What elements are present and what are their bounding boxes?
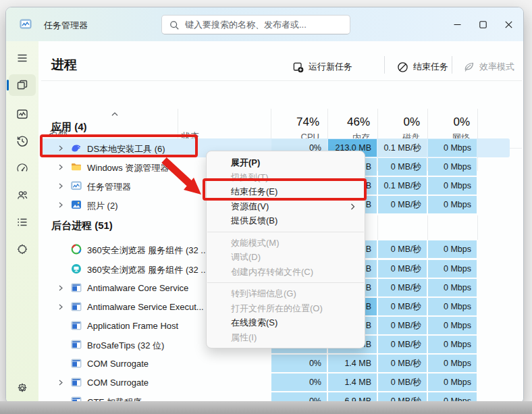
process-name: Application Frame Host <box>87 321 178 331</box>
photos-icon <box>71 199 82 210</box>
menu-item-create-dump-file: 创建内存转储文件(C) <box>207 265 365 280</box>
app-window-icon <box>71 339 82 350</box>
menu-item-efficiency-mode: 效能模式(M) <box>207 236 365 251</box>
window-title: 任务管理器 <box>44 20 88 32</box>
sidebar-item-users[interactable] <box>9 184 36 206</box>
end-task-button[interactable]: 结束任务 <box>397 57 448 76</box>
network-cell: 0 Mbps <box>428 158 477 176</box>
efficiency-mode-button[interactable]: 效率模式 <box>463 57 514 76</box>
process-name: Antimalware Service Execut... <box>87 302 204 312</box>
task-manager-icon <box>71 180 82 191</box>
disk-cell: 0 MB/秒 <box>378 196 427 213</box>
memory-cell: 1.4 MB <box>328 355 377 372</box>
sidebar-item-startup-apps[interactable] <box>9 157 36 179</box>
browser360-alt-icon <box>71 263 82 274</box>
search-input[interactable] <box>185 16 347 34</box>
performance-icon <box>16 108 28 120</box>
group-label: 后台进程 (51) <box>51 219 113 232</box>
menu-item-end-task[interactable]: 结束任务(E) <box>207 184 365 199</box>
disk-cell: 0.1 MB/秒 <box>378 177 427 195</box>
maximize-button[interactable] <box>469 16 496 33</box>
run-new-task-label: 运行新任务 <box>309 61 352 73</box>
process-name: COM Surrogate <box>87 359 149 369</box>
sidebar-item-performance[interactable] <box>9 103 36 125</box>
process-name: COM Surrogate <box>87 378 149 388</box>
network-cell: 0 Mbps <box>428 196 477 213</box>
menu-item-resource-values[interactable]: 资源值(V) <box>207 199 365 214</box>
hamburger-menu-icon <box>16 52 28 64</box>
network-cell: 0 Mbps <box>428 177 477 195</box>
context-menu: 展开(P) 切换到(T) 结束任务(E) 资源值(V) 提供反馈(B) 效能模式… <box>206 151 365 348</box>
process-name: DS本地安装工具 (6) <box>87 143 165 155</box>
navigation-sidebar <box>6 41 38 404</box>
selected-indicator <box>7 80 9 90</box>
submenu-chevron-icon <box>350 203 355 210</box>
disk-cell: 0 MB/秒 <box>378 158 427 176</box>
expand-chevron-icon[interactable] <box>58 164 63 170</box>
process-name: 照片 (2) <box>87 200 118 212</box>
network-cell: 0 Mbps <box>428 279 477 296</box>
close-button[interactable] <box>495 16 522 33</box>
sidebar-item-menu[interactable] <box>9 47 36 69</box>
sidebar-item-app-history[interactable] <box>9 130 36 152</box>
menu-separator <box>207 282 364 283</box>
process-name: 360安全浏览器 服务组件 (32 ... <box>87 244 208 257</box>
disk-cell: 0 MB/秒 <box>378 336 427 353</box>
group-header-apps[interactable]: 应用 (4) <box>41 117 510 137</box>
menu-item-expand[interactable]: 展开(P) <box>207 155 365 170</box>
table-row-com-surrogate-2[interactable]: COM Surrogate 0% 1.4 MB 0 MB/秒 0 Mbps <box>41 373 510 392</box>
efficiency-mode-label: 效率模式 <box>479 61 514 73</box>
menu-item-send-feedback[interactable]: 提供反馈(B) <box>207 213 365 228</box>
startup-apps-icon <box>16 162 28 174</box>
menu-item-label: 资源值(V) <box>231 201 269 211</box>
menu-item-open-file-location: 打开文件所在的位置(O) <box>207 301 365 316</box>
end-task-label: 结束任务 <box>413 61 448 73</box>
end-task-icon <box>397 61 408 73</box>
process-name: Windows 资源管理器 <box>87 162 169 174</box>
table-row-com-surrogate-1[interactable]: COM Surrogate 0% 1.4 MB 0 MB/秒 0 Mbps <box>41 354 510 373</box>
sidebar-item-settings[interactable] <box>9 378 36 399</box>
toolbar-divider <box>41 80 522 81</box>
menu-item-search-online[interactable]: 在线搜索(S) <box>207 315 365 330</box>
expand-chevron-icon[interactable] <box>58 183 63 189</box>
network-cell: 0 Mbps <box>428 336 477 353</box>
sidebar-item-services[interactable] <box>9 238 36 260</box>
app-history-icon <box>16 135 28 147</box>
menu-item-go-to-details: 转到详细信息(G) <box>207 286 365 301</box>
cpu-cell: 0% <box>271 373 327 391</box>
minimize-button[interactable] <box>444 16 471 33</box>
network-cell: 0 Mbps <box>428 240 477 258</box>
app-window-icon <box>71 282 82 293</box>
search-box[interactable] <box>161 15 350 34</box>
sidebar-item-processes[interactable] <box>9 74 36 96</box>
leaf-icon <box>463 61 475 73</box>
page-title: 进程 <box>51 56 77 74</box>
whale-icon <box>71 143 82 153</box>
disk-cell: 0 MB/秒 <box>378 355 427 372</box>
network-cell: 0 Mbps <box>428 298 477 315</box>
memory-cell: 1.4 MB <box>328 373 377 391</box>
disk-cell: 0.1 MB/秒 <box>378 139 427 157</box>
cpu-cell: 0% <box>271 355 327 372</box>
expand-chevron-icon[interactable] <box>58 380 63 386</box>
search-icon <box>169 20 180 30</box>
menu-item-debug: 调试(D) <box>207 250 365 265</box>
desktop-background <box>0 401 532 414</box>
browser360-icon <box>71 244 82 255</box>
process-name: 360安全浏览器 服务组件 (32 ... <box>87 264 208 276</box>
expand-chevron-icon[interactable] <box>58 145 63 151</box>
app-window-icon <box>71 358 82 369</box>
run-new-task-button[interactable]: 运行新任务 <box>292 57 352 76</box>
maximize-icon <box>479 21 487 28</box>
menu-item-switch-to: 切换到(T) <box>207 170 365 185</box>
disk-cell: 0 MB/秒 <box>378 373 427 391</box>
expand-chevron-icon[interactable] <box>58 202 63 208</box>
disk-cell: 0 MB/秒 <box>378 240 427 258</box>
sidebar-item-details[interactable] <box>9 211 36 233</box>
expand-chevron-icon[interactable] <box>58 304 63 310</box>
details-icon <box>16 216 28 228</box>
menu-separator <box>207 232 364 232</box>
disk-cell: 0 MB/秒 <box>378 298 427 315</box>
app-window-icon <box>71 301 82 312</box>
expand-chevron-icon[interactable] <box>58 285 63 291</box>
